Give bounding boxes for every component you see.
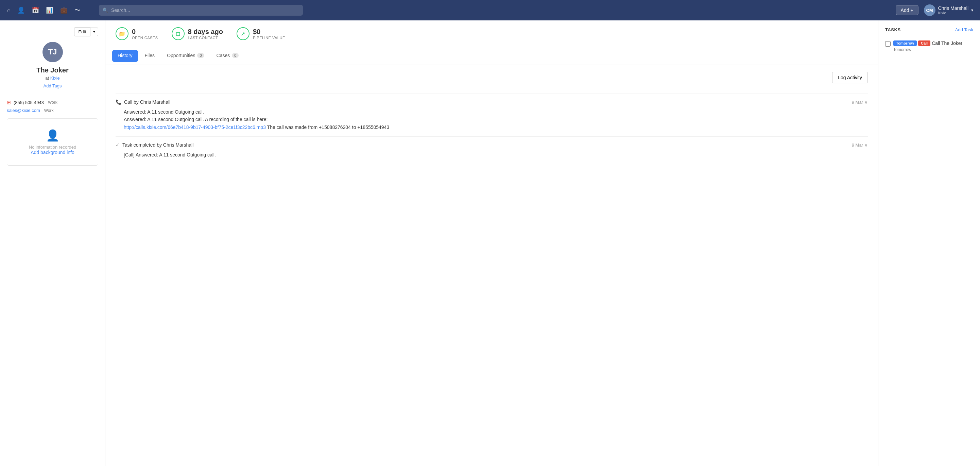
activity-item-task: ✓ Task completed by Chris Marshall 9 Mar… (116, 136, 868, 164)
briefcase-icon[interactable]: 💼 (60, 6, 68, 14)
pipeline-icon: ↗ (237, 27, 250, 40)
center-content: 📁 0 OPEN CASES ⊡ 8 days ago LAST CONTACT… (105, 21, 878, 466)
add-tags-link[interactable]: Add Tags (7, 83, 98, 88)
stat-open-cases: 📁 0 OPEN CASES (116, 27, 158, 40)
tasks-header: TASKS Add Task (885, 27, 973, 32)
phone-number: (855) 505-4943 (14, 100, 44, 105)
task-due-date: Tomorrow (893, 47, 973, 52)
chevron-down-icon: ▾ (971, 8, 973, 13)
phone-icon: ⊞ (7, 100, 11, 105)
activity-icon[interactable]: 〜 (75, 6, 81, 14)
tab-opportunities[interactable]: Opportunities 0 (161, 48, 209, 64)
stat-last-contact: ⊡ 8 days ago LAST CONTACT (172, 27, 223, 40)
last-contact-label: LAST CONTACT (188, 36, 223, 40)
log-activity-button[interactable]: Log Activity (832, 72, 868, 83)
search-bar: 🔍 (99, 5, 303, 16)
pipeline-value: $0 (253, 28, 285, 36)
avatar: CM (924, 5, 935, 16)
left-sidebar: Edit ▾ TJ The Joker at Kixie Add Tags ⊞ … (0, 21, 105, 466)
contact-avatar: TJ (43, 42, 63, 62)
chevron-down-icon: ∨ (864, 100, 868, 105)
call-body-line1: Answered: A 11 second Outgoing call. (124, 108, 868, 116)
last-contact-icon: ⊡ (172, 27, 185, 40)
phone-row: ⊞ (855) 505-4943 Work (7, 100, 98, 105)
user-company: Kixie (938, 11, 969, 15)
person-icon: 👤 (14, 129, 91, 142)
cases-badge: 0 (232, 53, 239, 58)
user-name: Chris Marshall (938, 5, 969, 11)
search-icon: 🔍 (102, 8, 108, 13)
contact-name: The Joker (7, 66, 98, 74)
email-row: sales@kixie.com Work (7, 108, 98, 113)
task-item: Tomorrow Call Call The Joker Tomorrow (885, 38, 973, 55)
right-sidebar: TASKS Add Task Tomorrow Call Call The Jo… (878, 21, 980, 466)
analytics-icon[interactable]: 📊 (46, 6, 53, 14)
contact-company: at Kixie (7, 75, 98, 81)
opportunities-badge: 0 (197, 53, 204, 58)
background-info-box: 👤 No information recorded Add background… (7, 118, 98, 166)
edit-dropdown-button[interactable]: ▾ (91, 27, 98, 36)
activity-call-date: 9 Mar ∨ (852, 100, 868, 105)
company-link[interactable]: Kixie (50, 75, 60, 81)
tasks-title: TASKS (885, 27, 901, 32)
tab-files[interactable]: Files (139, 48, 161, 64)
home-icon[interactable]: ⌂ (7, 7, 11, 14)
edit-button-group: Edit ▾ (74, 27, 98, 37)
tabs-bar: History Files Opportunities 0 Cases 0 (105, 47, 878, 65)
email-link[interactable]: sales@kixie.com (7, 108, 40, 113)
activity-task-title: ✓ Task completed by Chris Marshall (116, 142, 193, 148)
activity-task-body: [Call] Answered: A 11 second Outgoing ca… (116, 151, 868, 158)
activity-call-title: 📞 Call by Chris Marshall (116, 99, 170, 105)
pipeline-label: PIPELINE VALUE (253, 36, 285, 40)
add-button[interactable]: Add + (896, 5, 918, 15)
nav-icons: ⌂ 👤 📅 📊 💼 〜 (7, 6, 81, 14)
chevron-down-icon: ∨ (864, 142, 868, 148)
call-link-line: http://calls.kixie.com/66e7b418-9b17-490… (124, 123, 868, 131)
open-cases-value: 0 (132, 28, 158, 36)
tag-tomorrow: Tomorrow (893, 40, 917, 46)
activity-task-date: 9 Mar ∨ (852, 142, 868, 148)
calendar-icon[interactable]: 📅 (32, 6, 39, 14)
top-right-area: Add + CM Chris Marshall Kixie ▾ (896, 5, 973, 16)
search-input[interactable] (99, 5, 303, 16)
edit-button[interactable]: Edit (74, 27, 91, 37)
call-body-line3: The call was made from +15088276204 to +… (267, 124, 390, 130)
task-tags: Tomorrow Call Call The Joker (893, 40, 973, 46)
activity-call-body: Answered: A 11 second Outgoing call. Ans… (116, 108, 868, 131)
tab-cases[interactable]: Cases 0 (211, 48, 244, 64)
email-label: Work (44, 108, 54, 113)
bg-info-text: No information recorded (14, 145, 91, 150)
contacts-icon[interactable]: 👤 (18, 6, 25, 14)
contact-header: Edit ▾ (7, 27, 98, 37)
stat-pipeline-value: ↗ $0 PIPELINE VALUE (237, 27, 285, 40)
main-layout: Edit ▾ TJ The Joker at Kixie Add Tags ⊞ … (0, 21, 980, 466)
task-checkbox[interactable] (885, 41, 891, 46)
tag-call: Call (918, 40, 931, 46)
user-menu[interactable]: CM Chris Marshall Kixie ▾ (924, 5, 973, 16)
task-content: Tomorrow Call Call The Joker Tomorrow (893, 40, 973, 52)
task-body-line1: [Call] Answered: A 11 second Outgoing ca… (124, 152, 216, 158)
last-contact-value: 8 days ago (188, 28, 223, 36)
checkmark-icon: ✓ (116, 142, 120, 148)
task-label: Call The Joker (932, 40, 963, 46)
tab-history[interactable]: History (112, 50, 138, 62)
call-recording-link[interactable]: http://calls.kixie.com/66e7b418-9b17-490… (124, 124, 266, 130)
open-cases-icon: 📁 (116, 27, 129, 40)
phone-activity-icon: 📞 (116, 99, 121, 105)
call-body-line2: Answered: A 11 second Outgoing call. A r… (124, 116, 868, 123)
top-navigation: ⌂ 👤 📅 📊 💼 〜 🔍 Add + CM Chris Marshall Ki… (0, 0, 980, 21)
activity-item-call: 📞 Call by Chris Marshall 9 Mar ∨ Answere… (116, 94, 868, 136)
stats-bar: 📁 0 OPEN CASES ⊡ 8 days ago LAST CONTACT… (105, 21, 878, 47)
contact-details: ⊞ (855) 505-4943 Work sales@kixie.com Wo… (7, 100, 98, 113)
add-task-button[interactable]: Add Task (955, 27, 973, 32)
activity-area: Log Activity 📞 Call by Chris Marshall 9 … (105, 65, 878, 466)
open-cases-label: OPEN CASES (132, 36, 158, 40)
add-bg-info-link[interactable]: Add background info (30, 150, 74, 155)
phone-label: Work (48, 100, 57, 105)
